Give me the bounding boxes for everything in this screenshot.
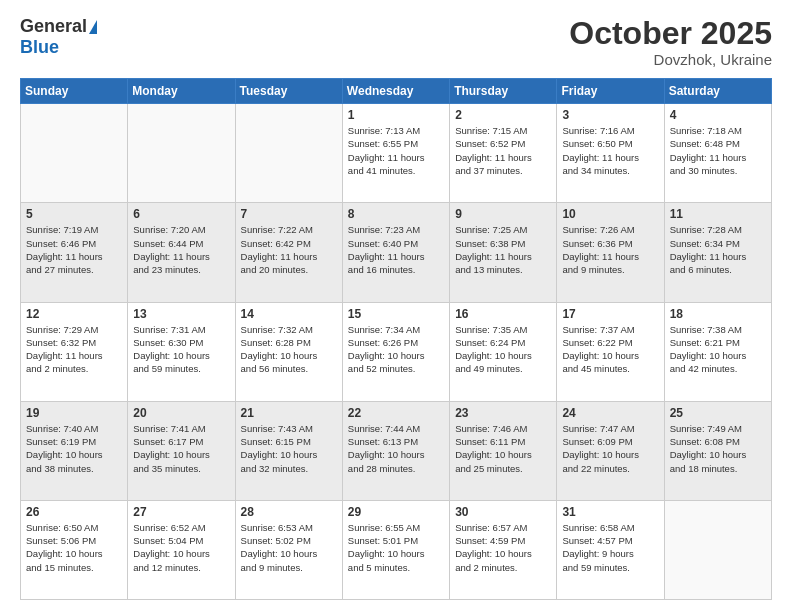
table-cell: 5Sunrise: 7:19 AM Sunset: 6:46 PM Daylig… xyxy=(21,203,128,302)
calendar-row: 12Sunrise: 7:29 AM Sunset: 6:32 PM Dayli… xyxy=(21,302,772,401)
col-sunday: Sunday xyxy=(21,79,128,104)
day-number: 30 xyxy=(455,505,551,519)
day-number: 10 xyxy=(562,207,658,221)
calendar-row: 1Sunrise: 7:13 AM Sunset: 6:55 PM Daylig… xyxy=(21,104,772,203)
day-info: Sunrise: 7:29 AM Sunset: 6:32 PM Dayligh… xyxy=(26,323,122,376)
day-number: 31 xyxy=(562,505,658,519)
day-info: Sunrise: 6:55 AM Sunset: 5:01 PM Dayligh… xyxy=(348,521,444,574)
day-info: Sunrise: 7:23 AM Sunset: 6:40 PM Dayligh… xyxy=(348,223,444,276)
day-number: 6 xyxy=(133,207,229,221)
day-info: Sunrise: 7:47 AM Sunset: 6:09 PM Dayligh… xyxy=(562,422,658,475)
table-cell: 4Sunrise: 7:18 AM Sunset: 6:48 PM Daylig… xyxy=(664,104,771,203)
day-info: Sunrise: 7:13 AM Sunset: 6:55 PM Dayligh… xyxy=(348,124,444,177)
table-cell: 23Sunrise: 7:46 AM Sunset: 6:11 PM Dayli… xyxy=(450,401,557,500)
day-info: Sunrise: 7:34 AM Sunset: 6:26 PM Dayligh… xyxy=(348,323,444,376)
logo: General Blue xyxy=(20,16,97,58)
calendar-location: Dovzhok, Ukraine xyxy=(569,51,772,68)
table-cell: 15Sunrise: 7:34 AM Sunset: 6:26 PM Dayli… xyxy=(342,302,449,401)
day-number: 27 xyxy=(133,505,229,519)
day-info: Sunrise: 7:40 AM Sunset: 6:19 PM Dayligh… xyxy=(26,422,122,475)
table-cell: 12Sunrise: 7:29 AM Sunset: 6:32 PM Dayli… xyxy=(21,302,128,401)
day-number: 20 xyxy=(133,406,229,420)
day-info: Sunrise: 7:22 AM Sunset: 6:42 PM Dayligh… xyxy=(241,223,337,276)
day-number: 3 xyxy=(562,108,658,122)
table-cell: 22Sunrise: 7:44 AM Sunset: 6:13 PM Dayli… xyxy=(342,401,449,500)
calendar-title: October 2025 xyxy=(569,16,772,51)
day-number: 13 xyxy=(133,307,229,321)
calendar-table: Sunday Monday Tuesday Wednesday Thursday… xyxy=(20,78,772,600)
day-info: Sunrise: 7:32 AM Sunset: 6:28 PM Dayligh… xyxy=(241,323,337,376)
table-cell: 31Sunrise: 6:58 AM Sunset: 4:57 PM Dayli… xyxy=(557,500,664,599)
day-info: Sunrise: 6:53 AM Sunset: 5:02 PM Dayligh… xyxy=(241,521,337,574)
day-info: Sunrise: 7:28 AM Sunset: 6:34 PM Dayligh… xyxy=(670,223,766,276)
table-cell: 24Sunrise: 7:47 AM Sunset: 6:09 PM Dayli… xyxy=(557,401,664,500)
day-info: Sunrise: 7:31 AM Sunset: 6:30 PM Dayligh… xyxy=(133,323,229,376)
day-info: Sunrise: 7:43 AM Sunset: 6:15 PM Dayligh… xyxy=(241,422,337,475)
day-number: 17 xyxy=(562,307,658,321)
day-info: Sunrise: 7:46 AM Sunset: 6:11 PM Dayligh… xyxy=(455,422,551,475)
logo-blue-text: Blue xyxy=(20,37,59,58)
table-cell: 9Sunrise: 7:25 AM Sunset: 6:38 PM Daylig… xyxy=(450,203,557,302)
day-number: 22 xyxy=(348,406,444,420)
table-cell: 17Sunrise: 7:37 AM Sunset: 6:22 PM Dayli… xyxy=(557,302,664,401)
day-info: Sunrise: 7:26 AM Sunset: 6:36 PM Dayligh… xyxy=(562,223,658,276)
header: General Blue October 2025 Dovzhok, Ukrai… xyxy=(20,16,772,68)
day-number: 26 xyxy=(26,505,122,519)
day-info: Sunrise: 6:57 AM Sunset: 4:59 PM Dayligh… xyxy=(455,521,551,574)
day-info: Sunrise: 7:35 AM Sunset: 6:24 PM Dayligh… xyxy=(455,323,551,376)
table-cell xyxy=(21,104,128,203)
day-info: Sunrise: 7:25 AM Sunset: 6:38 PM Dayligh… xyxy=(455,223,551,276)
table-cell: 18Sunrise: 7:38 AM Sunset: 6:21 PM Dayli… xyxy=(664,302,771,401)
col-saturday: Saturday xyxy=(664,79,771,104)
table-cell: 16Sunrise: 7:35 AM Sunset: 6:24 PM Dayli… xyxy=(450,302,557,401)
table-cell: 7Sunrise: 7:22 AM Sunset: 6:42 PM Daylig… xyxy=(235,203,342,302)
table-cell: 13Sunrise: 7:31 AM Sunset: 6:30 PM Dayli… xyxy=(128,302,235,401)
day-number: 14 xyxy=(241,307,337,321)
table-cell: 14Sunrise: 7:32 AM Sunset: 6:28 PM Dayli… xyxy=(235,302,342,401)
day-number: 2 xyxy=(455,108,551,122)
day-number: 19 xyxy=(26,406,122,420)
calendar-row: 5Sunrise: 7:19 AM Sunset: 6:46 PM Daylig… xyxy=(21,203,772,302)
day-number: 15 xyxy=(348,307,444,321)
day-number: 1 xyxy=(348,108,444,122)
day-info: Sunrise: 7:49 AM Sunset: 6:08 PM Dayligh… xyxy=(670,422,766,475)
table-cell: 30Sunrise: 6:57 AM Sunset: 4:59 PM Dayli… xyxy=(450,500,557,599)
table-cell xyxy=(128,104,235,203)
day-number: 7 xyxy=(241,207,337,221)
col-monday: Monday xyxy=(128,79,235,104)
title-block: October 2025 Dovzhok, Ukraine xyxy=(569,16,772,68)
table-cell: 6Sunrise: 7:20 AM Sunset: 6:44 PM Daylig… xyxy=(128,203,235,302)
day-number: 16 xyxy=(455,307,551,321)
col-friday: Friday xyxy=(557,79,664,104)
day-info: Sunrise: 6:52 AM Sunset: 5:04 PM Dayligh… xyxy=(133,521,229,574)
day-info: Sunrise: 7:38 AM Sunset: 6:21 PM Dayligh… xyxy=(670,323,766,376)
table-cell: 3Sunrise: 7:16 AM Sunset: 6:50 PM Daylig… xyxy=(557,104,664,203)
page: General Blue October 2025 Dovzhok, Ukrai… xyxy=(0,0,792,612)
table-cell: 25Sunrise: 7:49 AM Sunset: 6:08 PM Dayli… xyxy=(664,401,771,500)
weekday-header-row: Sunday Monday Tuesday Wednesday Thursday… xyxy=(21,79,772,104)
day-info: Sunrise: 7:19 AM Sunset: 6:46 PM Dayligh… xyxy=(26,223,122,276)
logo-triangle-icon xyxy=(89,20,97,34)
col-tuesday: Tuesday xyxy=(235,79,342,104)
col-thursday: Thursday xyxy=(450,79,557,104)
day-info: Sunrise: 7:20 AM Sunset: 6:44 PM Dayligh… xyxy=(133,223,229,276)
day-number: 25 xyxy=(670,406,766,420)
day-number: 28 xyxy=(241,505,337,519)
day-info: Sunrise: 7:16 AM Sunset: 6:50 PM Dayligh… xyxy=(562,124,658,177)
table-cell: 2Sunrise: 7:15 AM Sunset: 6:52 PM Daylig… xyxy=(450,104,557,203)
table-cell: 1Sunrise: 7:13 AM Sunset: 6:55 PM Daylig… xyxy=(342,104,449,203)
day-info: Sunrise: 6:58 AM Sunset: 4:57 PM Dayligh… xyxy=(562,521,658,574)
table-cell: 21Sunrise: 7:43 AM Sunset: 6:15 PM Dayli… xyxy=(235,401,342,500)
table-cell: 26Sunrise: 6:50 AM Sunset: 5:06 PM Dayli… xyxy=(21,500,128,599)
table-cell: 20Sunrise: 7:41 AM Sunset: 6:17 PM Dayli… xyxy=(128,401,235,500)
day-info: Sunrise: 7:44 AM Sunset: 6:13 PM Dayligh… xyxy=(348,422,444,475)
col-wednesday: Wednesday xyxy=(342,79,449,104)
table-cell: 29Sunrise: 6:55 AM Sunset: 5:01 PM Dayli… xyxy=(342,500,449,599)
table-cell: 27Sunrise: 6:52 AM Sunset: 5:04 PM Dayli… xyxy=(128,500,235,599)
day-number: 23 xyxy=(455,406,551,420)
day-number: 12 xyxy=(26,307,122,321)
calendar-row: 26Sunrise: 6:50 AM Sunset: 5:06 PM Dayli… xyxy=(21,500,772,599)
day-info: Sunrise: 7:15 AM Sunset: 6:52 PM Dayligh… xyxy=(455,124,551,177)
table-cell: 28Sunrise: 6:53 AM Sunset: 5:02 PM Dayli… xyxy=(235,500,342,599)
table-cell xyxy=(664,500,771,599)
